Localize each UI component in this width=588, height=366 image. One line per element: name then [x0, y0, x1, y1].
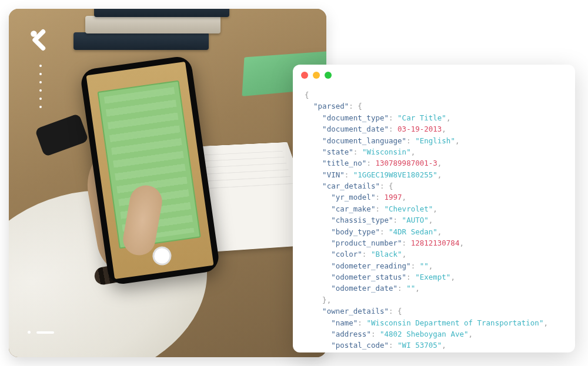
code-output-window: { "parsed": { "document_type": "Car Titl…	[293, 65, 575, 352]
minimize-icon[interactable]	[313, 72, 320, 79]
binder-stack	[62, 9, 232, 68]
photo-card	[9, 9, 326, 357]
close-icon[interactable]	[301, 72, 308, 79]
window-titlebar	[293, 65, 575, 86]
maximize-icon[interactable]	[325, 72, 332, 79]
json-code-block: { "parsed": { "document_type": "Car Titl…	[293, 86, 575, 352]
brand-logo-icon	[28, 28, 52, 55]
decorative-dots-vertical	[39, 65, 42, 108]
decorative-dash-dot	[28, 331, 54, 334]
capture-button-icon	[151, 245, 172, 266]
